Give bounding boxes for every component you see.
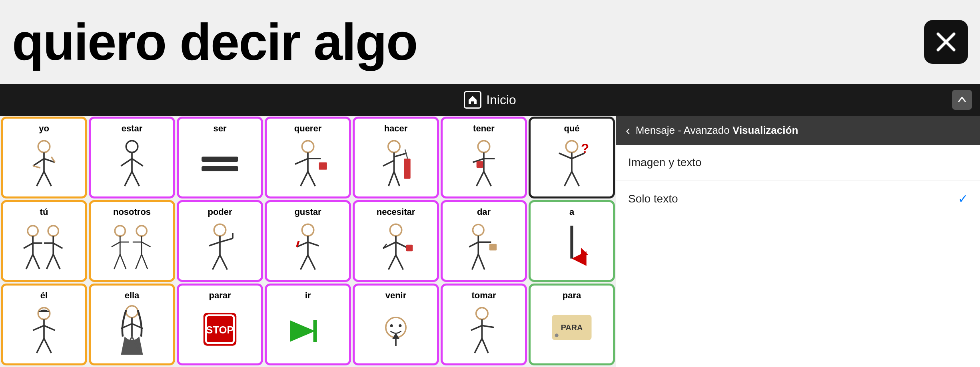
svg-point-18 [302, 141, 313, 152]
svg-line-70 [142, 254, 148, 269]
svg-line-52 [33, 254, 40, 269]
svg-line-83 [301, 255, 308, 270]
symbol-label: querer [294, 123, 321, 134]
symbol-cell-necesitar[interactable]: necesitar [353, 200, 439, 282]
symbol-cell-a[interactable]: a [529, 200, 615, 282]
svg-line-126 [471, 325, 482, 330]
panel-back-button[interactable]: ‹ [626, 123, 630, 138]
symbol-label: tú [40, 207, 48, 217]
svg-point-25 [388, 141, 400, 152]
symbol-label: tener [473, 123, 495, 134]
svg-line-56 [53, 243, 62, 248]
svg-point-102 [38, 307, 50, 319]
svg-line-14 [125, 171, 132, 186]
symbol-cell-ser[interactable]: ser [177, 117, 263, 198]
svg-line-32 [394, 171, 399, 186]
symbol-image [269, 217, 347, 278]
svg-line-4 [33, 159, 44, 166]
symbol-label: tomar [471, 290, 496, 301]
svg-line-23 [301, 171, 308, 186]
symbol-cell-querer[interactable]: querer [265, 117, 351, 198]
symbol-cell-hacer[interactable]: hacer [353, 117, 439, 198]
scroll-up-button[interactable] [952, 90, 972, 110]
svg-line-38 [477, 171, 484, 186]
symbol-label: necesitar [377, 207, 415, 217]
svg-line-61 [112, 242, 120, 247]
svg-point-65 [136, 226, 147, 236]
symbol-label: nosotros [113, 207, 151, 217]
symbol-cell-gustar[interactable]: gustar [265, 200, 351, 282]
symbol-label: parar [209, 290, 231, 301]
close-button[interactable] [924, 20, 968, 64]
symbol-cell-nosotros[interactable]: nosotros [89, 200, 175, 282]
symbol-cell-qué[interactable]: qué ? [529, 117, 615, 198]
symbol-cell-tú[interactable]: tú [1, 200, 87, 282]
svg-line-39 [484, 171, 491, 186]
symbol-image [93, 301, 171, 361]
svg-line-92 [396, 255, 403, 270]
svg-rect-29 [404, 159, 410, 179]
svg-text:STOP: STOP [206, 324, 234, 335]
home-icon [464, 91, 481, 109]
svg-line-15 [132, 171, 139, 186]
symbol-image [445, 134, 523, 194]
symbol-image: STOP [181, 301, 259, 361]
symbol-image [357, 134, 435, 194]
svg-line-45 [565, 171, 572, 186]
svg-line-104 [33, 325, 44, 330]
svg-line-64 [120, 254, 126, 269]
panel-option-label: Solo texto [628, 192, 678, 205]
svg-text:PARA: PARA [561, 323, 583, 332]
symbol-image [445, 217, 523, 278]
svg-line-74 [220, 238, 233, 242]
symbol-cell-parar[interactable]: parar STOP [177, 284, 263, 365]
panel-option-solo-texto[interactable]: Solo texto ✓ [616, 181, 980, 217]
svg-line-73 [209, 242, 220, 246]
svg-line-84 [308, 255, 315, 270]
symbol-label: qué [564, 123, 579, 134]
svg-line-5 [33, 166, 40, 168]
symbol-cell-yo[interactable]: yo [1, 117, 87, 198]
svg-line-106 [37, 338, 44, 353]
symbol-image [93, 134, 171, 194]
symbol-cell-él[interactable]: él [1, 284, 87, 365]
svg-rect-37 [477, 161, 483, 168]
symbol-cell-tener[interactable]: tener [441, 117, 527, 198]
svg-rect-90 [406, 244, 413, 251]
svg-line-107 [44, 338, 51, 353]
symbol-cell-venir[interactable]: venir [353, 284, 439, 365]
symbol-image: PARA [533, 301, 611, 361]
symbol-label: ir [305, 290, 311, 301]
svg-rect-97 [489, 244, 497, 250]
symbol-cell-dar[interactable]: dar [441, 200, 527, 282]
panel-option-imagen[interactable]: Imagen y texto [616, 145, 980, 181]
symbol-cell-estar[interactable]: estar [89, 117, 175, 198]
header: quiero decir algo [0, 0, 980, 84]
symbol-cell-tomar[interactable]: tomar [441, 284, 527, 365]
symbol-cell-para[interactable]: para PARA [529, 284, 615, 365]
svg-rect-17 [202, 166, 238, 171]
svg-point-121 [399, 324, 401, 327]
svg-line-27 [383, 160, 394, 166]
svg-point-93 [473, 224, 484, 236]
svg-line-129 [482, 338, 488, 353]
svg-line-12 [121, 159, 132, 166]
svg-line-82 [308, 242, 319, 246]
page-title: quiero decir algo [12, 12, 417, 72]
svg-point-33 [478, 141, 489, 152]
home-label: Inicio [486, 93, 516, 107]
svg-point-85 [390, 224, 401, 236]
svg-point-40 [566, 141, 577, 152]
symbol-cell-ella[interactable]: ella [89, 284, 175, 365]
svg-point-132 [555, 333, 559, 337]
svg-marker-101 [572, 251, 587, 266]
symbol-label: yo [39, 123, 49, 134]
symbol-cell-ir[interactable]: ir [265, 284, 351, 365]
symbol-image [5, 217, 83, 278]
panel-option-label: Imagen y texto [628, 156, 702, 169]
symbol-image: ? [533, 134, 611, 194]
svg-line-20 [295, 159, 308, 164]
symbol-cell-poder[interactable]: poder [177, 200, 263, 282]
symbol-label: a [569, 207, 574, 217]
home-nav[interactable]: Inicio [464, 91, 516, 109]
